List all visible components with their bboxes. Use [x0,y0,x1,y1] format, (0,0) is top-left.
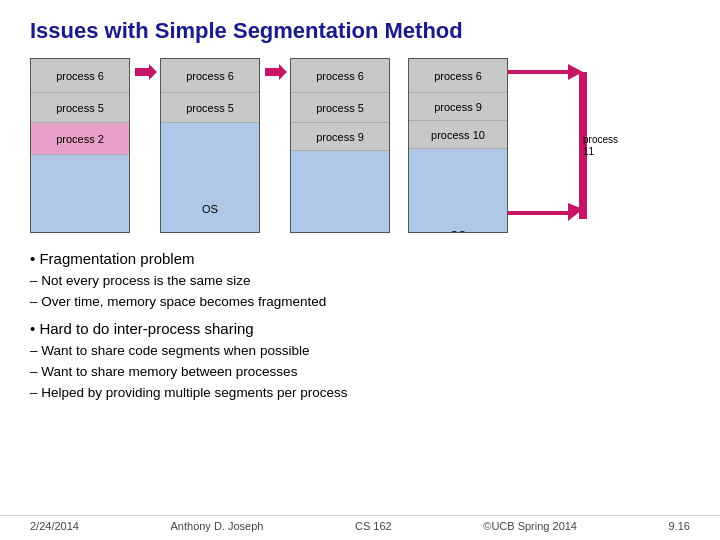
block-process9-col4: process 9 [409,93,507,121]
bullet-1-2: Over time, memory space becomes fragment… [30,292,690,313]
svg-marker-1 [265,64,287,80]
mem-col-4: process 6 process 9 process 10 OS [408,58,508,233]
svg-marker-2 [508,64,583,80]
footer: 2/24/2014 Anthony D. Joseph CS 162 ©UCB … [0,515,720,532]
block-process5-col3: process 5 [291,93,389,123]
memory-column-4-wrapper: process 6 process 9 process 10 OS proces… [408,58,508,233]
memory-column-3: process 6 process 5 process 9 OS [290,58,390,233]
bullet-2-1: Want to share code segments when possibl… [30,341,690,362]
bullet-2: • Hard to do inter-process sharing Want … [30,317,690,404]
svg-marker-0 [135,64,157,80]
memory-column-1: process 6 process 5 process 2 OS [30,58,130,233]
mem-col-2: process 6 process 5 OS [160,58,260,233]
process11-label: process 11 [583,134,611,158]
block-process5-col1: process 5 [31,93,129,123]
mem-col-3: process 6 process 5 process 9 OS [290,58,390,233]
arrow-1 [130,58,160,86]
bullet-section: • Fragmentation problem Not every proces… [30,247,690,403]
memory-diagram: process 6 process 5 process 2 OS process… [30,58,690,233]
block-os-col1: OS [31,155,129,233]
arrow-2 [260,58,290,86]
footer-course: CS 162 [355,520,392,532]
footer-date: 2/24/2014 [30,520,79,532]
block-process2-col1: process 2 [31,123,129,155]
footer-page: 9.16 [669,520,690,532]
bullet-2-3: Helped by providing multiple segments pe… [30,383,690,404]
block-process6-col3: process 6 [291,59,389,93]
footer-copyright: ©UCB Spring 2014 [483,520,577,532]
block-process6-col4: process 6 [409,59,507,93]
slide: Issues with Simple Segmentation Method p… [0,0,720,540]
bullet-1: • Fragmentation problem Not every proces… [30,247,690,313]
bullet-2-2: Want to share memory between processes [30,362,690,383]
footer-author: Anthony D. Joseph [171,520,264,532]
block-process9-col3: process 9 [291,123,389,151]
bullet-1-1: Not every process is the same size [30,271,690,292]
memory-column-2: process 6 process 5 OS [160,58,260,233]
block-os-col3: OS [291,151,389,233]
block-process5-col2: process 5 [161,93,259,123]
svg-marker-4 [508,203,583,221]
block-os-col2: OS [161,123,259,233]
block-os-col4: OS [409,149,507,233]
block-process6-col1: process 6 [31,59,129,93]
arrow-2-icon [261,58,289,86]
side-arrow-area: process 11 [508,58,618,233]
arrow-1-icon [131,58,159,86]
block-process10-col4: process 10 [409,121,507,149]
page-title: Issues with Simple Segmentation Method [30,18,690,44]
block-process6-col2: process 6 [161,59,259,93]
mem-col-1: process 6 process 5 process 2 OS [30,58,130,233]
